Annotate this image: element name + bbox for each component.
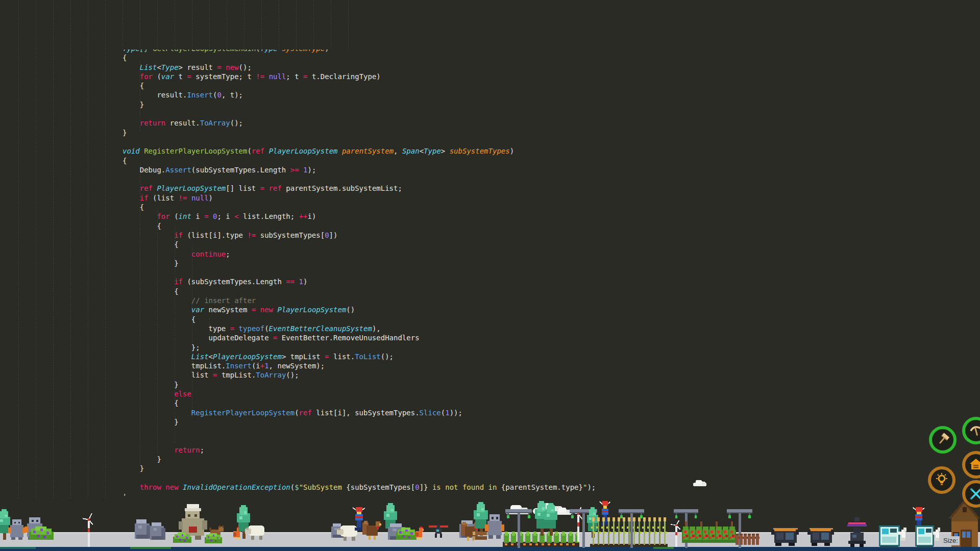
drone-sprite (429, 522, 448, 539)
bulb-icon (934, 472, 949, 488)
pole-sprite (618, 507, 645, 548)
cloud-sprite (692, 480, 707, 487)
turbine-sprite (82, 512, 96, 547)
chicken-sprite (414, 527, 424, 540)
bush-sprite (28, 525, 55, 541)
house-button[interactable] (962, 451, 980, 479)
rotor-icon (968, 486, 980, 502)
sheep-sprite (245, 523, 266, 540)
tree-sprite (542, 503, 559, 536)
cart-sprite (807, 521, 834, 546)
pole-sprite (504, 507, 533, 548)
pickaxe-button[interactable] (962, 417, 980, 444)
logs-sprite (473, 532, 487, 540)
bottom-bar-segment (653, 547, 674, 549)
bush-sprite (204, 533, 223, 544)
house-icon (968, 457, 980, 472)
golem-sprite (485, 514, 504, 539)
robot-sprite (844, 517, 869, 547)
bulb-button[interactable] (928, 466, 955, 494)
size-tooltip: Size: (942, 536, 960, 545)
teal-sprite (915, 524, 941, 548)
teal-sprite (878, 524, 908, 548)
rock-sprite (149, 521, 166, 541)
bottom-bar-segment (130, 547, 171, 549)
game-overlay: Size: (0, 0, 980, 551)
screen: Type[] GetPlayerLoopSystemChain(Type sys… (0, 0, 980, 551)
bush-sprite (173, 532, 192, 544)
fence-sprite (735, 533, 760, 546)
bottom-bar-segment (0, 547, 36, 549)
axe-icon (935, 432, 950, 447)
cart-sprite (771, 521, 799, 546)
turkey-sprite (362, 520, 383, 540)
axe-button[interactable] (929, 426, 957, 454)
golem-sprite (8, 519, 26, 540)
pickaxe-icon (968, 423, 980, 438)
